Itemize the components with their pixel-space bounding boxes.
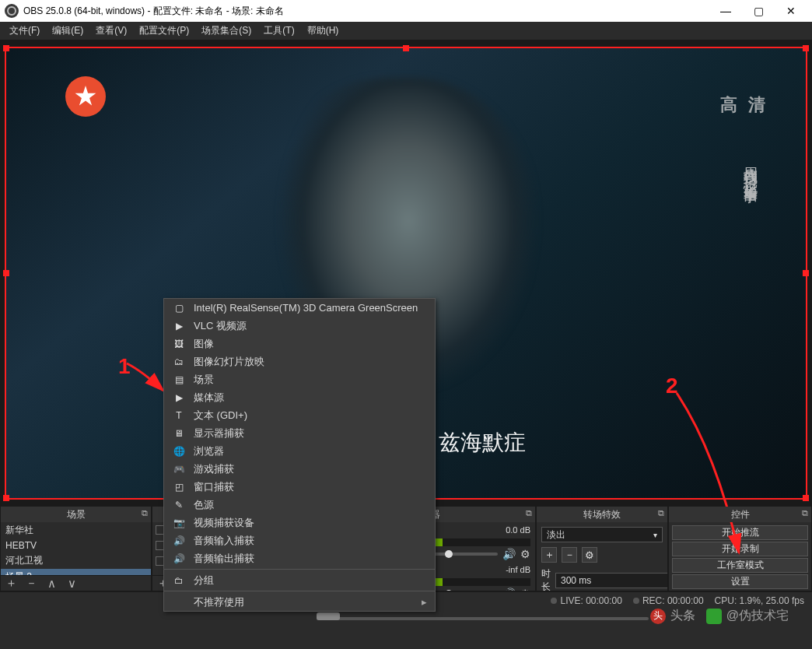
gear-icon[interactable]: ⚙ bbox=[520, 548, 530, 560]
status-rec: REC: 00:00:00 bbox=[633, 595, 704, 606]
context-item[interactable]: 🖼图像 bbox=[164, 335, 435, 353]
context-item[interactable]: ▢Intel(R) RealSense(TM) 3D Camera GreenS… bbox=[164, 299, 435, 317]
channel-logo-icon bbox=[65, 76, 106, 117]
scene-item[interactable]: HEBTV bbox=[1, 538, 151, 553]
menu-edit[interactable]: 编辑(E) bbox=[46, 22, 89, 40]
color-icon: ✎ bbox=[172, 499, 186, 511]
camera-icon: ▢ bbox=[172, 302, 186, 314]
blank-icon bbox=[172, 596, 186, 609]
video-device-icon: 📷 bbox=[172, 517, 186, 529]
context-item[interactable]: ▤场景 bbox=[164, 370, 435, 388]
scenes-list[interactable]: 新华社HEBTV河北卫视场景 2 bbox=[1, 522, 151, 575]
duration-label: 时长 bbox=[541, 567, 551, 591]
folder-icon: 🗀 bbox=[172, 574, 186, 587]
window-titlebar: OBS 25.0.8 (64-bit, windows) - 配置文件: 未命名… bbox=[0, 0, 812, 22]
scene-down-button[interactable]: ∨ bbox=[65, 577, 79, 591]
scene-item[interactable]: 场景 2 bbox=[1, 569, 151, 575]
transition-settings-button[interactable]: ⚙ bbox=[582, 547, 597, 563]
menu-help[interactable]: 帮助(H) bbox=[301, 22, 345, 40]
window-title: OBS 25.0.8 (64-bit, windows) - 配置文件: 未命名… bbox=[23, 5, 284, 18]
live-indicator-icon bbox=[551, 598, 557, 604]
game-icon: 🎮 bbox=[172, 463, 186, 475]
menu-profile[interactable]: 配置文件(P) bbox=[133, 22, 195, 40]
transition-mode-dropdown[interactable]: 淡出▾ bbox=[541, 527, 663, 542]
remove-scene-button[interactable]: － bbox=[24, 576, 38, 591]
scene-item[interactable]: 河北卫视 bbox=[1, 553, 151, 569]
menubar: 文件(F) 编辑(E) 查看(V) 配置文件(P) 场景集合(S) 工具(T) … bbox=[0, 22, 812, 40]
window-minimize-button[interactable]: — bbox=[709, 0, 742, 22]
audio-in-icon: 🔊 bbox=[172, 535, 186, 547]
menu-view[interactable]: 查看(V) bbox=[89, 22, 133, 40]
rec-indicator-icon bbox=[633, 598, 639, 604]
scene-up-button[interactable]: ∧ bbox=[44, 577, 58, 591]
display-icon: 🖥 bbox=[172, 427, 186, 440]
vertical-caption: 周伟找到日记 忆起当年旧事 bbox=[741, 156, 759, 180]
context-item[interactable]: ◰窗口捕获 bbox=[164, 478, 435, 496]
remove-transition-button[interactable]: － bbox=[562, 547, 577, 563]
window-close-button[interactable]: ✕ bbox=[775, 0, 807, 22]
controls-dock-header[interactable]: 控件 ⧉ bbox=[669, 507, 811, 522]
menu-scene-collection[interactable]: 场景集合(S) bbox=[195, 22, 257, 40]
subtitle-text: 兹海默症 bbox=[439, 428, 526, 458]
speaker-icon[interactable]: 🔊 bbox=[502, 588, 516, 591]
scene-icon: ▤ bbox=[172, 374, 186, 386]
context-item-deprecated[interactable]: 不推荐使用 ▸ bbox=[164, 593, 435, 611]
context-item[interactable]: 🗂图像幻灯片放映 bbox=[164, 353, 435, 370]
transitions-dock: 转场特效 ⧉ 淡出▾ ＋ － ⚙ 时长 ▴ ▾ bbox=[536, 506, 668, 591]
context-menu-separator bbox=[164, 591, 435, 591]
context-item[interactable]: 🎮游戏捕获 bbox=[164, 460, 435, 478]
submenu-arrow-icon: ▸ bbox=[422, 596, 427, 608]
status-cpu: CPU: 1.9%, 25.00 fps bbox=[715, 595, 804, 606]
browser-icon: 🌐 bbox=[172, 445, 186, 458]
scenes-dock-header[interactable]: 场景 ⧉ bbox=[1, 507, 151, 522]
gear-icon[interactable]: ⚙ bbox=[520, 588, 530, 591]
popout-icon[interactable]: ⧉ bbox=[802, 508, 808, 518]
image-icon: 🖼 bbox=[172, 338, 186, 350]
audio-out-icon: 🔊 bbox=[172, 553, 186, 565]
context-item[interactable]: 📷视频捕获设备 bbox=[164, 514, 435, 531]
context-item-group[interactable]: 🗀 分组 bbox=[164, 571, 435, 589]
context-item[interactable]: ▶VLC 视频源 bbox=[164, 317, 435, 335]
status-live: LIVE: 00:00:00 bbox=[551, 595, 621, 606]
context-item[interactable]: ✎色源 bbox=[164, 496, 435, 514]
popout-icon[interactable]: ⧉ bbox=[658, 508, 664, 518]
obs-app-icon bbox=[5, 4, 19, 18]
play-icon: ▶ bbox=[172, 320, 186, 332]
annotation-arrow-2 bbox=[669, 389, 754, 560]
toutiao-icon: 头 bbox=[650, 609, 666, 624]
scenes-dock: 场景 ⧉ 新华社HEBTV河北卫视场景 2 ＋ － ∧ ∨ bbox=[0, 506, 152, 591]
speaker-icon[interactable]: 🔊 bbox=[502, 548, 516, 560]
transitions-dock-header[interactable]: 转场特效 ⧉ bbox=[537, 507, 667, 522]
add-transition-button[interactable]: ＋ bbox=[541, 547, 557, 563]
context-item[interactable]: 🔊音频输出捕获 bbox=[164, 549, 435, 567]
context-menu-separator bbox=[164, 569, 435, 570]
preview-zoom-slider[interactable] bbox=[317, 615, 649, 623]
add-scene-button[interactable]: ＋ bbox=[4, 576, 18, 591]
control-button-3[interactable]: 设置 bbox=[672, 574, 808, 589]
wechat-icon bbox=[706, 609, 722, 624]
slideshow-icon: 🗂 bbox=[172, 356, 186, 368]
menu-file[interactable]: 文件(F) bbox=[3, 22, 46, 40]
window-icon: ◰ bbox=[172, 481, 186, 493]
menu-tools[interactable]: 工具(T) bbox=[257, 22, 300, 40]
add-source-context-menu: ▢Intel(R) RealSense(TM) 3D Camera GreenS… bbox=[163, 298, 436, 612]
transition-duration-input[interactable] bbox=[555, 573, 667, 588]
text-icon: T bbox=[172, 409, 186, 422]
context-item[interactable]: 🔊音频输入捕获 bbox=[164, 531, 435, 549]
media-icon: ▶ bbox=[172, 391, 186, 404]
context-item[interactable]: T文本 (GDI+) bbox=[164, 406, 435, 424]
watermark: 头 头条 @伪技术宅 bbox=[650, 608, 789, 624]
context-item[interactable]: 🖥显示器捕获 bbox=[164, 424, 435, 442]
context-item[interactable]: 🌐浏览器 bbox=[164, 442, 435, 460]
hd-badge: 高 清 bbox=[720, 93, 768, 117]
scenes-toolbar: ＋ － ∧ ∨ bbox=[1, 575, 151, 591]
popout-icon[interactable]: ⧉ bbox=[526, 508, 532, 518]
scene-item[interactable]: 新华社 bbox=[1, 522, 151, 538]
chevron-down-icon: ▾ bbox=[653, 531, 657, 539]
popout-icon[interactable]: ⧉ bbox=[142, 508, 148, 518]
window-maximize-button[interactable]: ▢ bbox=[742, 0, 775, 22]
context-item[interactable]: ▶媒体源 bbox=[164, 388, 435, 406]
